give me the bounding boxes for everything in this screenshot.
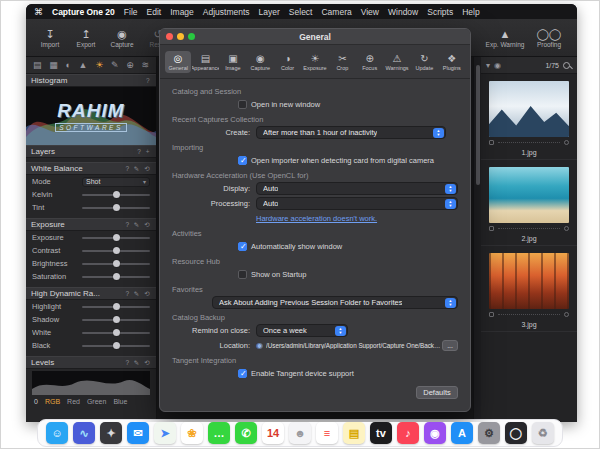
- header-icons[interactable]: ? +: [137, 148, 151, 155]
- tab-crop[interactable]: ✂ Crop: [329, 51, 355, 73]
- hdr-header[interactable]: High Dynamic Ra... ? ✎ ⟲: [26, 287, 156, 300]
- tangent-support-checkbox[interactable]: [238, 369, 247, 378]
- dock-facetime[interactable]: ✆: [235, 422, 257, 444]
- menu-item[interactable]: Select: [289, 7, 313, 17]
- dock-reminders[interactable]: ≡: [316, 422, 338, 444]
- thumbnail-cell[interactable]: 2.jpg: [481, 160, 577, 246]
- dock-music[interactable]: ♪: [397, 422, 419, 444]
- defaults-button[interactable]: Defaults: [416, 386, 458, 399]
- close-button[interactable]: [166, 33, 173, 40]
- slider-thumb[interactable]: [113, 247, 120, 254]
- tab-color[interactable]: ◑ Color: [274, 51, 300, 73]
- metadata-tool-icon[interactable]: ≋: [141, 60, 149, 70]
- dock-notes[interactable]: ▤: [343, 422, 365, 444]
- dock-contacts[interactable]: ☻: [289, 422, 311, 444]
- wb-mode-dropdown[interactable]: Shot: [82, 177, 150, 187]
- tab-image[interactable]: ▣ Image: [220, 51, 246, 73]
- adjustments-tool-icon[interactable]: ⊕: [126, 60, 134, 70]
- proofing-icon[interactable]: ◯◯ Proofing: [527, 28, 571, 48]
- browser-scrollbar[interactable]: [473, 57, 481, 422]
- layers-header[interactable]: Layers ? +: [26, 145, 156, 158]
- levels-header[interactable]: Levels ? ✎ ⟲: [26, 356, 156, 369]
- create-dropdown[interactable]: After more than 1 hour of inactivity: [256, 126, 446, 139]
- slider[interactable]: [82, 345, 150, 347]
- slider-thumb[interactable]: [113, 316, 120, 323]
- dock-calendar[interactable]: 14: [262, 422, 284, 444]
- header-icons[interactable]: ? ✎ ⟲: [125, 165, 151, 173]
- menu-item[interactable]: File: [124, 7, 138, 17]
- tab-warnings[interactable]: ⚠ Warnings: [384, 51, 410, 73]
- thumbnail-cell[interactable]: 3.jpg: [481, 246, 577, 332]
- dock-launchpad[interactable]: ✦: [100, 422, 122, 444]
- thumb-checkbox[interactable]: [489, 312, 494, 317]
- browse-button[interactable]: ...: [442, 340, 458, 351]
- tab-focus[interactable]: ⊕ Focus: [357, 51, 383, 73]
- hardware-acceleration-link[interactable]: Hardware acceleration doesn't work.: [256, 214, 377, 223]
- details-tool-icon[interactable]: ✎: [111, 60, 119, 70]
- slider-thumb[interactable]: [113, 260, 120, 267]
- thumbnail-cell[interactable]: 1.jpg: [481, 74, 577, 160]
- tab-plugins[interactable]: ❖ Plugins: [439, 51, 465, 73]
- dock-siri[interactable]: ∿: [73, 422, 95, 444]
- tab-appearance[interactable]: ▤ Appearance: [192, 51, 218, 73]
- menu-item[interactable]: Edit: [147, 7, 162, 17]
- tab-capture[interactable]: ◉ Capture: [247, 51, 273, 73]
- slider[interactable]: [82, 237, 150, 239]
- display-dropdown[interactable]: Auto: [256, 182, 458, 195]
- header-icons[interactable]: ? ✎ ⟲: [125, 221, 151, 229]
- open-importer-checkbox[interactable]: [238, 156, 247, 165]
- levels-channel[interactable]: RGB: [45, 398, 60, 405]
- slider[interactable]: [82, 319, 150, 321]
- sort-icon[interactable]: ▾: [486, 61, 490, 70]
- menu-item[interactable]: Layer: [259, 7, 280, 17]
- toolbar-button[interactable]: ↥ Export: [68, 28, 104, 48]
- thumb-checkbox[interactable]: [489, 226, 494, 231]
- slider[interactable]: [82, 276, 150, 278]
- library-tool-icon[interactable]: ▤: [33, 60, 42, 70]
- minimize-button[interactable]: [177, 33, 184, 40]
- processing-dropdown[interactable]: Auto: [256, 197, 458, 210]
- dialog-titlebar[interactable]: General: [160, 29, 470, 45]
- menu-item[interactable]: Scripts: [427, 7, 453, 17]
- menu-item[interactable]: Adjustments: [203, 7, 250, 17]
- toolbar-button[interactable]: ◉ Capture: [104, 28, 140, 48]
- tab-update[interactable]: ↻ Update: [411, 51, 437, 73]
- open-new-window-checkbox[interactable]: [238, 100, 247, 109]
- slider-thumb[interactable]: [113, 234, 120, 241]
- slider[interactable]: [82, 194, 150, 196]
- exposure-header[interactable]: Exposure ? ✎ ⟲: [26, 218, 156, 231]
- header-icons[interactable]: ?: [146, 77, 151, 84]
- header-icons[interactable]: ? ✎ ⟲: [125, 359, 151, 367]
- thumb-checkbox[interactable]: [489, 140, 494, 145]
- levels-histogram[interactable]: [32, 371, 150, 395]
- capture-tool-icon[interactable]: ▦: [49, 60, 58, 70]
- slider-thumb[interactable]: [113, 329, 120, 336]
- thumbnail-image-mountain[interactable]: [489, 81, 569, 137]
- apple-menu-icon[interactable]: ⌘: [34, 7, 43, 17]
- app-menu-title[interactable]: Capture One 20: [52, 7, 115, 17]
- color-tool-icon[interactable]: ▲: [79, 60, 88, 70]
- white-balance-header[interactable]: White Balance ? ✎ ⟲: [26, 162, 156, 175]
- slider[interactable]: [82, 306, 150, 308]
- scrollbar-thumb[interactable]: [476, 65, 480, 185]
- auto-show-window-checkbox[interactable]: [238, 242, 247, 251]
- tab-general[interactable]: ◎ General: [165, 51, 191, 73]
- dock-capture-one[interactable]: ◯: [505, 422, 527, 444]
- exposure-warning-icon[interactable]: ▲ Exp. Warning: [483, 28, 527, 48]
- dock-maps[interactable]: ➤: [154, 422, 176, 444]
- slider-thumb[interactable]: [113, 273, 120, 280]
- remind-dropdown[interactable]: Once a week: [256, 324, 348, 337]
- slider[interactable]: [82, 250, 150, 252]
- menu-item[interactable]: Camera: [321, 7, 351, 17]
- levels-channel[interactable]: Green: [87, 398, 106, 405]
- levels-channel[interactable]: Blue: [113, 398, 127, 405]
- header-icons[interactable]: ? ✎ ⟲: [125, 290, 151, 298]
- show-on-startup-checkbox[interactable]: [238, 270, 247, 279]
- slider-thumb[interactable]: [113, 204, 120, 211]
- dock-app-store[interactable]: A: [451, 422, 473, 444]
- dock-system-preferences[interactable]: ⚙: [478, 422, 500, 444]
- thumbnail-image-beach[interactable]: [489, 167, 569, 223]
- exposure-tool-icon[interactable]: ☀: [95, 60, 103, 70]
- dock-photos[interactable]: ❀: [181, 422, 203, 444]
- lens-tool-icon[interactable]: ◐: [65, 60, 70, 70]
